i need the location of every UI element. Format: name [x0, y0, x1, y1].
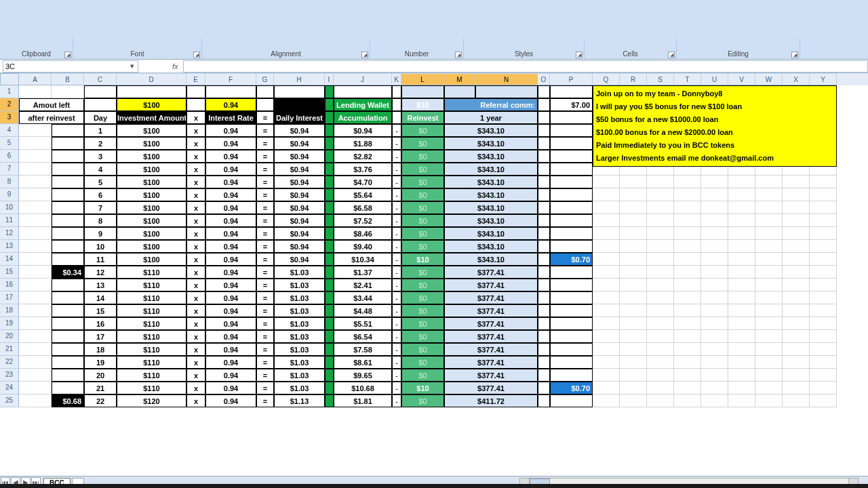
- cell[interactable]: [755, 369, 783, 382]
- cell[interactable]: [19, 382, 52, 394]
- cell[interactable]: $0: [401, 201, 444, 214]
- cell[interactable]: [783, 201, 810, 214]
- cell[interactable]: $0.70: [550, 382, 593, 394]
- cell[interactable]: [19, 214, 52, 227]
- cell[interactable]: [550, 176, 593, 188]
- cell[interactable]: Daily Interest: [274, 111, 325, 124]
- cell[interactable]: [701, 343, 728, 356]
- cell[interactable]: -: [392, 369, 401, 382]
- cell[interactable]: $4.48: [334, 304, 392, 317]
- cell[interactable]: [701, 266, 728, 279]
- cell[interactable]: 0.94: [205, 330, 256, 343]
- cell[interactable]: [783, 369, 810, 382]
- cell[interactable]: $100: [117, 176, 186, 188]
- cell[interactable]: 0.94: [205, 188, 256, 201]
- row-header-11[interactable]: 11: [0, 214, 19, 227]
- cell[interactable]: $343.10: [444, 240, 538, 253]
- cell[interactable]: [755, 176, 783, 188]
- cell[interactable]: -: [392, 163, 401, 176]
- cell[interactable]: [647, 176, 674, 188]
- cell[interactable]: $377.41: [444, 343, 538, 356]
- cell[interactable]: [620, 317, 647, 330]
- cell[interactable]: [117, 85, 186, 98]
- cell[interactable]: $100: [117, 137, 186, 150]
- cell[interactable]: [674, 343, 701, 356]
- cell[interactable]: [755, 291, 783, 304]
- cell[interactable]: $5.51: [334, 317, 392, 330]
- cell[interactable]: [647, 382, 674, 394]
- select-all-corner[interactable]: [0, 73, 19, 85]
- cell[interactable]: $8.46: [334, 227, 392, 240]
- cell[interactable]: [19, 304, 52, 317]
- cell[interactable]: [674, 176, 701, 188]
- row-header-6[interactable]: 6: [0, 150, 19, 163]
- cell[interactable]: =: [256, 317, 274, 330]
- cell[interactable]: $0.94: [274, 124, 325, 137]
- cell[interactable]: [755, 188, 783, 201]
- cell[interactable]: [810, 369, 837, 382]
- cell[interactable]: $343.10: [444, 163, 538, 176]
- row-header-19[interactable]: 19: [0, 317, 19, 330]
- cell[interactable]: [325, 124, 334, 137]
- cell[interactable]: [186, 98, 205, 111]
- dialog-launcher-icon[interactable]: ◢: [668, 52, 675, 58]
- cell[interactable]: [620, 176, 647, 188]
- cell[interactable]: [810, 214, 837, 227]
- cell[interactable]: -: [392, 227, 401, 240]
- cell[interactable]: [810, 227, 837, 240]
- cell[interactable]: -: [392, 394, 401, 407]
- cell[interactable]: =: [256, 304, 274, 317]
- cell[interactable]: 0.94: [205, 137, 256, 150]
- cell[interactable]: =: [256, 188, 274, 201]
- cell[interactable]: $1.03: [274, 304, 325, 317]
- cell[interactable]: =: [256, 343, 274, 356]
- cell[interactable]: [538, 291, 550, 304]
- cell[interactable]: [783, 304, 810, 317]
- cell[interactable]: $110: [117, 291, 186, 304]
- cell[interactable]: [701, 188, 728, 201]
- cell[interactable]: [620, 188, 647, 201]
- ribbon-group-cells[interactable]: Cells◢: [585, 38, 677, 59]
- cell[interactable]: [593, 356, 620, 369]
- col-header-X[interactable]: X: [783, 73, 810, 85]
- col-header-D[interactable]: D: [117, 73, 186, 85]
- cell[interactable]: $377.41: [444, 369, 538, 382]
- cell[interactable]: =: [256, 291, 274, 304]
- cell[interactable]: [783, 356, 810, 369]
- cell[interactable]: -: [392, 214, 401, 227]
- cell[interactable]: 6: [84, 188, 117, 201]
- cell[interactable]: x: [186, 394, 205, 407]
- cell[interactable]: [701, 214, 728, 227]
- cell[interactable]: 0.94: [205, 291, 256, 304]
- cell[interactable]: [810, 356, 837, 369]
- cell[interactable]: $0: [401, 137, 444, 150]
- cell[interactable]: [701, 227, 728, 240]
- cell[interactable]: x: [186, 279, 205, 291]
- col-header-G[interactable]: G: [256, 73, 274, 85]
- cell[interactable]: [755, 279, 783, 291]
- cell[interactable]: [538, 85, 550, 98]
- ribbon-group-styles[interactable]: Styles◢: [464, 38, 585, 59]
- cell[interactable]: [325, 394, 334, 407]
- cell[interactable]: [647, 343, 674, 356]
- cell[interactable]: -: [392, 291, 401, 304]
- cell[interactable]: [728, 266, 755, 279]
- cell[interactable]: [550, 124, 593, 137]
- cell[interactable]: [538, 163, 550, 176]
- col-header-C[interactable]: C: [84, 73, 117, 85]
- cell[interactable]: [620, 291, 647, 304]
- row-header-25[interactable]: 25: [0, 394, 19, 407]
- col-header-F[interactable]: F: [205, 73, 256, 85]
- cell[interactable]: $1.88: [334, 137, 392, 150]
- cell[interactable]: [325, 253, 334, 266]
- row-header-15[interactable]: 15: [0, 266, 19, 279]
- cell[interactable]: [550, 266, 593, 279]
- cell[interactable]: [538, 240, 550, 253]
- cell[interactable]: $2.41: [334, 279, 392, 291]
- cell[interactable]: =: [256, 137, 274, 150]
- cell[interactable]: [325, 382, 334, 394]
- cell[interactable]: [52, 188, 84, 201]
- cell[interactable]: [401, 85, 444, 98]
- cell[interactable]: $110: [117, 356, 186, 369]
- cell[interactable]: [701, 291, 728, 304]
